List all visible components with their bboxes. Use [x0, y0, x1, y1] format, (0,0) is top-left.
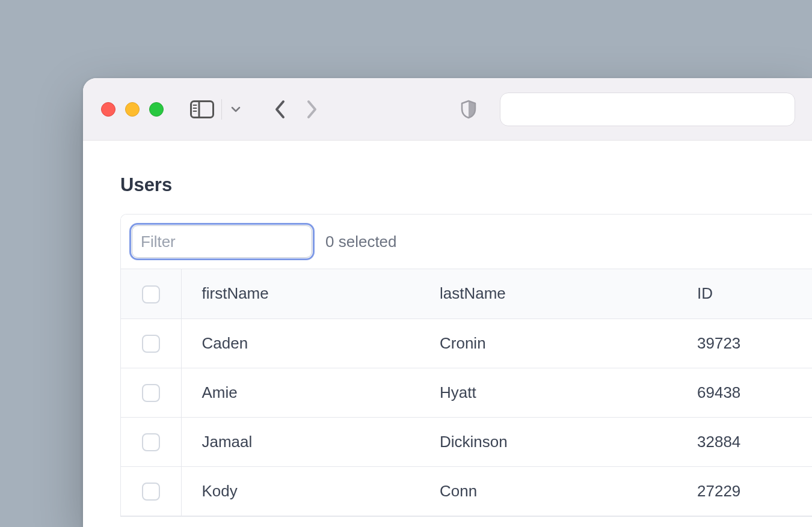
shield-icon [460, 100, 477, 119]
cell-id: 69438 [697, 368, 812, 417]
cell-lastname: Dickinson [440, 417, 697, 466]
minimize-window-button[interactable] [125, 102, 140, 117]
sidebar-icon [190, 100, 214, 118]
page-title: Users [120, 174, 812, 196]
cell-firstname: Caden [181, 318, 440, 368]
close-window-button[interactable] [101, 102, 115, 117]
cell-firstname: Amie [181, 368, 440, 417]
select-all-checkbox[interactable] [142, 285, 160, 303]
toolbar-divider [221, 99, 222, 120]
chevron-right-icon [305, 99, 318, 120]
cell-id: 27229 [697, 466, 812, 516]
users-table: firstName lastName ID Caden Cronin 39723 [121, 269, 812, 516]
row-checkbox[interactable] [142, 335, 160, 353]
chevron-down-icon [230, 104, 241, 115]
column-header-select [121, 269, 181, 318]
selected-count-label: 0 selected [325, 233, 397, 251]
filter-input[interactable] [132, 225, 312, 258]
filter-bar: 0 selected [121, 215, 812, 269]
page-content: Users 0 selected firstName lastName ID [83, 141, 812, 517]
table-row[interactable]: Kody Conn 27229 [121, 466, 812, 516]
column-header-id[interactable]: ID [697, 269, 812, 318]
row-checkbox[interactable] [142, 384, 160, 402]
cell-firstname: Kody [181, 466, 440, 516]
table-row[interactable]: Caden Cronin 39723 [121, 318, 812, 368]
cell-id: 39723 [697, 318, 812, 368]
svg-rect-0 [191, 101, 214, 117]
cell-id: 32884 [697, 417, 812, 466]
address-bar[interactable] [500, 93, 795, 126]
table-header-row: firstName lastName ID [121, 269, 812, 318]
browser-window: Users 0 selected firstName lastName ID [83, 78, 812, 527]
column-header-lastname[interactable]: lastName [440, 269, 697, 318]
sidebar-toggle-button[interactable] [190, 96, 214, 123]
tab-group-menu-button[interactable] [230, 96, 241, 123]
nav-buttons [274, 96, 318, 123]
forward-button[interactable] [305, 96, 318, 123]
back-button[interactable] [274, 96, 287, 123]
cell-firstname: Jamaal [181, 417, 440, 466]
users-panel: 0 selected firstName lastName ID [120, 214, 812, 517]
maximize-window-button[interactable] [149, 102, 164, 117]
browser-toolbar [83, 78, 812, 141]
table-row[interactable]: Amie Hyatt 69438 [121, 368, 812, 417]
cell-lastname: Cronin [440, 318, 697, 368]
traffic-lights [101, 102, 164, 117]
table-row[interactable]: Jamaal Dickinson 32884 [121, 417, 812, 466]
cell-lastname: Conn [440, 466, 697, 516]
row-checkbox[interactable] [142, 433, 160, 451]
column-header-firstname[interactable]: firstName [181, 269, 440, 318]
cell-lastname: Hyatt [440, 368, 697, 417]
chevron-left-icon [274, 99, 287, 120]
row-checkbox[interactable] [142, 483, 160, 501]
privacy-shield-button[interactable] [460, 96, 477, 123]
